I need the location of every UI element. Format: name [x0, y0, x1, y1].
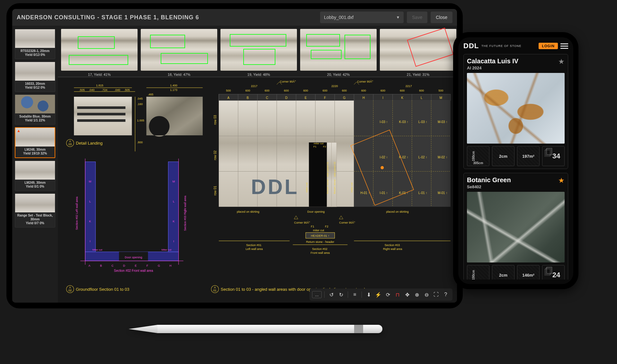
bolt-icon[interactable]: ⚡ [374, 290, 382, 299]
sidebar-material-thumb[interactable]: Range Set - Test Block, 30mmYield 0/7 0% [15, 193, 55, 227]
reload-icon[interactable]: ⟳ [384, 290, 392, 299]
dim-label: 1.400 [170, 84, 177, 87]
phone-device: DDL THE FUTURE OF STONE LOGIN Calacatta … [453, 32, 578, 289]
svg-text:Section #02
Front wall area: Section #02 Front wall area [114, 269, 153, 272]
cut-outline [344, 35, 371, 59]
watermark: DDL [251, 175, 299, 199]
zoom-out-icon[interactable]: ⊖ [422, 290, 431, 299]
svg-text:L-03 ↑: L-03 ↑ [418, 120, 427, 124]
file-dropdown[interactable]: Lobby_001.dxf ▼ [320, 12, 404, 23]
favorite-star-icon[interactable]: ★ [558, 58, 565, 66]
spec-count: 24 [542, 265, 565, 280]
label: Miter cut [93, 248, 103, 251]
label: Return stone - side panel 01 [326, 162, 329, 194]
svg-text:600: 600 [419, 89, 424, 92]
label: Corner 90Â° [280, 80, 296, 83]
svg-text:G: G [158, 264, 160, 267]
svg-text:2220: 2220 [331, 84, 338, 88]
svg-text:H: H [169, 264, 172, 267]
svg-text:K: K [401, 96, 403, 100]
sidebar-material-thumb[interactable]: ▲LM248, 30mmYield 19/19 32% [15, 127, 55, 158]
menu-icon[interactable] [560, 43, 568, 49]
stone-card[interactable]: Calacatta Luis IV Al 2024 ★ 190cm 305cm … [463, 54, 568, 169]
svg-text:A: A [228, 96, 230, 100]
thumb-image [15, 95, 55, 113]
svg-text:L-02 ↑: L-02 ↑ [418, 155, 427, 159]
stone-title: Calacatta Luis IV [467, 58, 518, 65]
thumb-image [15, 29, 55, 48]
slab-thumb[interactable]: 21, Yield: 31% [380, 29, 456, 76]
svg-text:.040: .040 [89, 88, 94, 92]
cad-svg: 1.815 .505.040.724.040.505 .045.1601.005… [58, 77, 457, 303]
svg-text:600: 600 [380, 89, 385, 92]
svg-text:C: C [266, 96, 268, 100]
slab-thumb[interactable]: 19, Yield: 48% [220, 29, 297, 76]
stone-card-list: Calacatta Luis IV Al 2024 ★ 190cm 305cm … [463, 54, 568, 280]
stone-card[interactable]: Botanic Green Se8402 ★ 190cm 320cm 2cm 1… [463, 173, 568, 280]
sidebar-material-thumb[interactable]: Sodalite Blue, 30mmYield 1/1 22% [15, 94, 55, 125]
fullscreen-icon[interactable]: ⛶ [432, 290, 440, 299]
svg-text:B: B [100, 264, 102, 267]
label: F2 [323, 145, 326, 148]
card-header: Botanic Green Se8402 ★ [467, 176, 565, 189]
chevron-down-icon: ▼ [396, 15, 400, 20]
cell-label: H-01 ↑ [361, 191, 370, 195]
cut-outline [161, 53, 208, 64]
cut-outline [230, 34, 286, 47]
svg-text:F: F [147, 264, 148, 267]
svg-text:A: A [88, 264, 90, 267]
favorite-star-icon[interactable]: ★ [558, 176, 565, 185]
svg-text:I: I [382, 96, 383, 100]
menu-icon[interactable]: ≡ [351, 290, 359, 299]
svg-text:I-03 ↑: I-03 ↑ [380, 120, 388, 124]
slab-thumb[interactable]: 18, Yield: 47% [141, 29, 217, 76]
svg-text:K: K [173, 220, 175, 223]
spec-thickness: 2cm [492, 265, 514, 280]
main-panel: 17, Yield: 41%18, Yield: 47%19, Yield: 4… [58, 26, 457, 303]
slab-thumb[interactable]: 17, Yield: 41% [61, 29, 138, 76]
label: F1 [313, 145, 317, 148]
redo-icon[interactable]: ↻ [337, 290, 345, 299]
tablet-device: ANDERSON CONSULTING - STAGE 1 PHASE 1, B… [6, 3, 463, 308]
svg-text:600: 600 [265, 89, 270, 92]
slab-image [380, 29, 456, 71]
close-button[interactable]: Close [431, 12, 452, 23]
svg-text:E: E [135, 264, 137, 267]
svg-text:Section #02
                Fr: Section #02 Front wall area [311, 247, 330, 254]
label: miter cut [314, 142, 324, 145]
move-icon[interactable]: ✥ [403, 290, 411, 299]
svg-text:600: 600 [284, 89, 289, 92]
help-icon[interactable]: ? [442, 290, 450, 299]
svg-text:.724: .724 [102, 88, 107, 92]
magnet-icon[interactable]: ⊓ [393, 290, 402, 299]
thumb-image [15, 194, 55, 212]
material-sidebar: RT032328-1, 20mmYield 0/13 0%16033, 20mm… [12, 26, 58, 303]
svg-text:600: 600 [361, 89, 366, 92]
svg-text:M-01 ↑: M-01 ↑ [438, 191, 448, 195]
svg-text:F: F [324, 96, 326, 100]
sidebar-material-thumb[interactable]: LM249, 30mmYield 0/1 0% [15, 161, 55, 191]
save-button[interactable]: Save [407, 12, 427, 23]
more-button[interactable]: ... [312, 291, 322, 298]
cut-outline [407, 28, 454, 67]
cut-outline [243, 49, 275, 65]
slab-caption: 17, Yield: 41% [88, 71, 111, 76]
svg-text:600: 600 [245, 89, 250, 92]
drawing-canvas[interactable]: 1.815 .505.040.724.040.505 .045.1601.005… [58, 76, 457, 303]
slab-caption: 20, Yield: 42% [327, 71, 350, 76]
svg-text:D: D [285, 96, 288, 100]
zoom-in-icon[interactable]: ⊕ [413, 290, 421, 299]
svg-text:G: G [343, 96, 346, 100]
sidebar-material-thumb[interactable]: 16033, 20mmYield 0/12 0% [15, 62, 55, 92]
stone-image [467, 73, 565, 144]
download-icon[interactable]: ⬇ [364, 290, 373, 299]
app-body: RT032328-1, 20mmYield 0/13 0%16033, 20mm… [12, 26, 457, 303]
label: Corner 90Â° [357, 80, 373, 83]
slab-thumb[interactable]: 20, Yield: 42% [300, 29, 377, 76]
svg-text:L: L [421, 96, 423, 100]
undo-icon[interactable]: ↺ [327, 290, 335, 299]
svg-text:.505: .505 [79, 88, 85, 92]
login-button[interactable]: LOGIN [539, 43, 558, 49]
sidebar-material-thumb[interactable]: RT032328-1, 20mmYield 0/13 0% [15, 29, 55, 59]
thumb-label: 16033, 20mmYield 0/12 0% [15, 81, 55, 90]
